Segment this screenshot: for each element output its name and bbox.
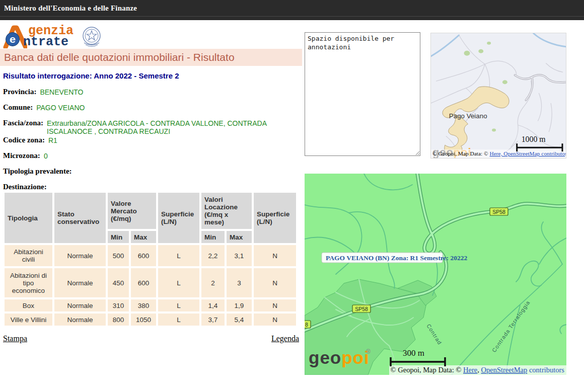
zone-map[interactable]: SP58 SP58 8 Contrada Terraloggia Contrad… [305,174,566,375]
cell-vl-max: 5,4 [227,313,252,326]
col-header-superficie-1: Superficie (L/N) [158,193,199,243]
italy-emblem-icon [81,25,103,48]
cell-tipologia: Ville e Villini [5,313,52,326]
cell-sup2: N [254,299,296,311]
cell-vl-max: 3,1 [227,245,252,266]
svg-text:SP58: SP58 [355,306,368,312]
quotations-table: Tipologia Stato conservativo Valore Merc… [3,191,298,328]
zone-label: PAGO VEIANO (BN) Zona: R1 Semestre: 2022… [322,253,467,263]
cell-vm-min: 500 [108,245,129,266]
cell-sup2: N [254,268,296,297]
cell-vm-max: 600 [131,245,156,266]
field-codice-zona: Codice zona: R1 [3,136,303,144]
cell-sup1: L [158,268,199,297]
table-row: Abitazioni civili Normale 500 600 L 2,2 … [5,245,296,266]
col-header-valori-locazione: Valori Locazione (€/mq x mese) [201,193,252,229]
cell-vl-max: 3 [227,268,252,297]
here-link[interactable]: Here [463,366,477,374]
overview-map[interactable]: Pago Veiano geopoi © Geopoi, Map Data: ©… [430,33,566,159]
field-comune-label: Comune: [3,103,33,112]
field-provincia: Provincia: BENEVENTO [3,88,303,96]
town-label: Pago Veiano [449,112,487,120]
agency-name-line2: ntrate [23,37,74,48]
page-title-banner: Banca dati delle quotazioni immobiliari … [0,49,302,66]
cell-tipologia: Box [5,299,52,311]
svg-text:geopoi: geopoi [309,348,370,367]
agency-logo-text: genzia ntrate [23,26,74,48]
field-provincia-label: Provincia: [3,88,36,96]
field-fascia-zona-value: Extraurbana/ZONA AGRICOLA - CONTRADA VAL… [47,119,299,135]
road-badge-partial: 8 [305,321,311,328]
legenda-link[interactable]: Legenda [271,334,299,343]
cell-stato: Normale [54,313,106,326]
cell-tipologia: Abitazioni civili [5,245,52,266]
cell-vl-min: 2 [201,268,225,297]
field-destinazione-label: Destinazione: [3,183,47,191]
cell-tipologia: Abitazioni di tipo economico [5,268,52,297]
field-microzona-label: Microzona: [3,151,40,160]
cell-vm-min: 800 [108,313,129,326]
field-fascia-zona: Fascia/zona: Extraurbana/ZONA AGRICOLA -… [3,119,303,135]
col-header-vm-min: Min [108,231,129,243]
cell-vl-max: 1,9 [227,299,252,311]
cell-vl-min: 1,4 [201,299,225,311]
logo-e-letter: e [10,34,16,46]
cell-vl-min: 2,2 [201,245,225,266]
geopoi-registered-mark: ® [366,348,371,355]
col-header-superficie-2: Superficie (L/N) [254,193,296,243]
scale-label: 300 m [403,348,424,358]
ministry-topbar-inner: Ministero dell'Economia e delle Finanze [0,0,584,17]
cell-sup1: L [158,245,199,266]
cell-stato: Normale [54,268,106,297]
svg-text:SP58: SP58 [492,209,505,215]
road-badge-sp58-town: SP58 [352,305,371,312]
field-codice-zona-label: Codice zona: [3,136,45,144]
table-row: Ville e Villini Normale 800 1050 L 3,7 5… [5,313,296,326]
stampa-link[interactable]: Stampa [3,334,27,343]
field-comune-value: PAGO VEIANO [36,103,85,112]
annotations-textarea[interactable]: Spazio disponibile per annotazioni [305,32,420,156]
geopoi-logo: geopoi ® [309,348,371,367]
svg-text:PAGO VEIANO (BN) Zona: R1 Seme: PAGO VEIANO (BN) Zona: R1 Semestre: 2022… [326,254,467,262]
openstreetmap-link[interactable]: OpenStreetMap [481,366,527,374]
cell-stato: Normale [54,299,106,311]
col-header-vl-max: Max [227,231,252,243]
result-info: Risultato interrogazione: Anno 2022 - Se… [3,71,303,198]
cell-vm-max: 380 [131,299,156,311]
cell-sup1: L [158,299,199,311]
scale-label: 1000 m [522,135,546,143]
col-header-vl-min: Min [201,231,225,243]
svg-text:8: 8 [305,322,308,328]
attribution-links[interactable]: Here, OpenStreetMap contributo [490,150,565,156]
road-badge-sp58-east: SP58 [490,208,508,215]
field-provincia-value: BENEVENTO [40,88,83,96]
table-row: Abitazioni di tipo economico Normale 450… [5,268,296,297]
table-row: Box Normale 310 380 L 1,4 1,9 N [5,299,296,311]
cell-sup1: L [158,313,199,326]
field-microzona-value: 0 [44,151,48,160]
table-links-row: Stampa Legenda [3,334,299,343]
cell-vl-min: 3,7 [201,313,225,326]
ministry-title: Ministero dell'Economia e delle Finanze [0,4,137,13]
ministry-topbar: Ministero dell'Economia e delle Finanze [0,0,584,20]
cell-vm-min: 310 [108,299,129,311]
col-header-stato: Stato conservativo [54,193,106,243]
cell-vm-max: 1050 [131,313,156,326]
cell-sup2: N [254,245,296,266]
field-codice-zona-value: R1 [48,136,57,144]
field-fascia-zona-label: Fascia/zona: [3,119,43,127]
map-attribution: © Geopoi, Map Data: © Here, OpenStreetMa… [432,150,566,156]
field-tipologia-prevalente-label: Tipologia prevalente: [3,167,72,176]
field-destinazione: Destinazione: [3,183,303,191]
result-heading: Risultato interrogazione: Anno 2022 - Se… [3,71,303,80]
map-attribution: © Geopoi, Map Data: © Here, OpenStreetMa… [391,366,565,374]
field-comune: Comune: PAGO VEIANO [3,103,303,112]
field-tipologia-prevalente: Tipologia prevalente: [3,167,303,176]
cell-stato: Normale [54,245,106,266]
agency-logo: e genzia ntrate [3,25,103,48]
col-header-tipologia: Tipologia [5,193,52,243]
col-header-valore-mercato: Valore Mercato (€/mq) [108,193,156,229]
cell-sup2: N [254,313,296,326]
cell-vm-min: 450 [108,268,129,297]
table-header-row-1: Tipologia Stato conservativo Valore Merc… [5,193,296,229]
